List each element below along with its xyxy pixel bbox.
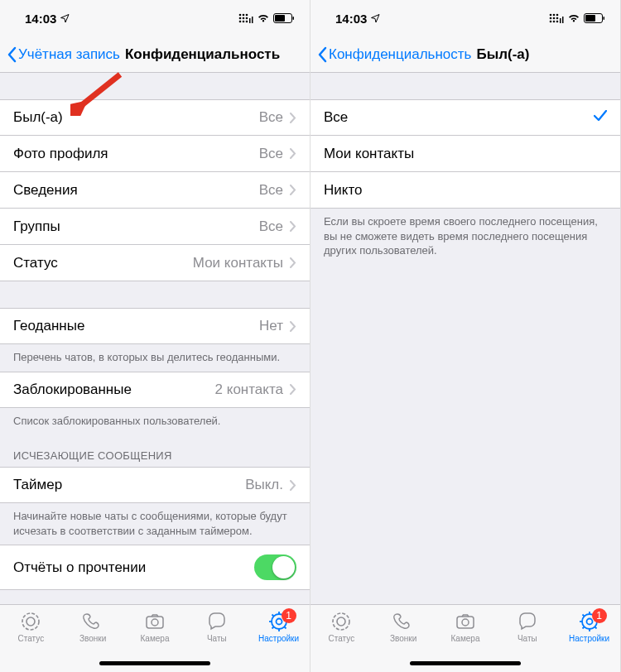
svg-point-7 <box>243 21 245 23</box>
option-my-contacts[interactable]: Мои контакты <box>310 136 620 172</box>
status-time: 14:03 <box>25 12 56 26</box>
read-receipts-toggle[interactable] <box>254 554 296 580</box>
location-icon <box>60 13 70 23</box>
cell-last-seen[interactable]: Был(-а) Все <box>0 99 310 136</box>
back-label: Конфиденциальность <box>329 46 471 63</box>
svg-rect-44 <box>457 617 474 628</box>
svg-point-8 <box>246 21 248 23</box>
back-button[interactable]: Конфиденциальность <box>317 46 471 63</box>
cell-about[interactable]: Сведения Все <box>0 172 310 209</box>
chevron-right-icon <box>290 113 296 123</box>
svg-point-29 <box>553 14 556 17</box>
wifi-icon <box>567 13 580 23</box>
camera-icon <box>143 610 166 633</box>
svg-point-34 <box>550 21 552 23</box>
svg-rect-37 <box>560 18 561 23</box>
svg-line-25 <box>284 626 286 628</box>
cell-blocked[interactable]: Заблокированные 2 контакта <box>0 372 310 408</box>
chevron-right-icon <box>290 321 296 332</box>
svg-point-47 <box>586 619 592 625</box>
nav-bar: Конфиденциальность Был(-а) <box>310 36 620 73</box>
cell-read-receipts[interactable]: Отчёты о прочтении <box>0 545 310 590</box>
cell-disappearing-timer[interactable]: Таймер Выкл. <box>0 467 310 503</box>
tab-status[interactable]: Статус <box>312 610 370 672</box>
cell-profile-photo[interactable]: Фото профиля Все <box>0 136 310 172</box>
last-seen-content: Все Мои контакты Никто Если вы скроете в… <box>310 73 620 604</box>
svg-point-42 <box>333 613 349 630</box>
status-time: 14:03 <box>335 12 367 26</box>
checkmark-icon <box>594 109 607 126</box>
cell-groups[interactable]: Группы Все <box>0 209 310 245</box>
wifi-icon <box>257 13 270 23</box>
svg-point-4 <box>243 17 245 20</box>
svg-point-31 <box>550 17 552 20</box>
disappearing-header: ИСЧЕЗАЮЩИЕ СООБЩЕНИЯ <box>0 434 310 467</box>
svg-point-28 <box>550 14 552 17</box>
chevron-left-icon <box>7 46 17 63</box>
status-icon <box>330 610 353 633</box>
tab-settings[interactable]: 1 Настройки <box>250 610 308 672</box>
nav-title: Был(-а) <box>476 46 529 63</box>
svg-rect-12 <box>275 15 285 22</box>
chevron-right-icon <box>290 185 296 195</box>
settings-badge: 1 <box>592 608 607 623</box>
svg-line-26 <box>272 626 273 628</box>
svg-point-45 <box>462 619 469 626</box>
disappearing-footer: Начинайте новые чаты с сообщениями, кото… <box>0 503 310 545</box>
tab-settings[interactable]: 1 Настройки <box>561 610 619 672</box>
chevron-right-icon <box>290 148 296 159</box>
cell-live-location[interactable]: Геоданные Нет <box>0 308 310 344</box>
battery-icon <box>273 13 295 23</box>
camera-icon <box>454 610 477 633</box>
svg-line-52 <box>582 615 584 617</box>
svg-point-15 <box>26 617 35 626</box>
back-button[interactable]: Учётная запись <box>7 46 120 63</box>
phone-icon <box>81 610 104 633</box>
svg-point-33 <box>556 17 559 20</box>
chat-icon <box>516 610 539 633</box>
svg-rect-40 <box>585 15 595 22</box>
location-icon <box>370 13 380 23</box>
chevron-right-icon <box>290 257 296 268</box>
status-bar: 14:03 <box>0 0 310 36</box>
privacy-content: Был(-а) Все Фото профиля Все Сведения Вс… <box>0 73 310 604</box>
cell-status[interactable]: Статус Мои контакты <box>0 245 310 281</box>
svg-rect-13 <box>293 17 295 20</box>
nav-bar: Учётная запись Конфиденциальность <box>0 36 310 73</box>
svg-point-19 <box>276 619 282 625</box>
svg-rect-9 <box>249 18 251 23</box>
cellular-icon <box>238 13 253 23</box>
svg-point-32 <box>553 17 556 20</box>
svg-rect-41 <box>604 17 605 20</box>
svg-point-43 <box>337 617 345 626</box>
svg-rect-38 <box>562 17 564 23</box>
home-indicator[interactable] <box>99 661 210 665</box>
svg-point-5 <box>246 17 248 20</box>
last-seen-footer: Если вы скроете время своего последнего … <box>310 209 620 265</box>
chevron-left-icon <box>317 46 327 63</box>
phone-icon <box>392 610 415 633</box>
tab-status[interactable]: Статус <box>2 610 60 672</box>
blocked-footer: Список заблокированных пользователей. <box>0 408 310 435</box>
svg-point-14 <box>22 613 39 630</box>
status-icon <box>19 610 42 633</box>
svg-point-17 <box>152 619 158 626</box>
option-nobody[interactable]: Никто <box>310 172 620 209</box>
geo-footer: Перечень чатов, в которых вы делитесь ге… <box>0 344 310 372</box>
svg-point-30 <box>556 14 559 17</box>
svg-point-36 <box>556 21 559 23</box>
screen-last-seen: 14:03 Конфиденциальность Был(-а) Все Мои… <box>310 0 621 672</box>
screen-privacy: 14:03 Учётная запись Конфиденциальность … <box>0 0 310 672</box>
svg-point-6 <box>239 21 242 23</box>
status-bar: 14:03 <box>310 0 620 36</box>
nav-title: Конфиденциальность <box>125 46 280 63</box>
svg-line-54 <box>582 626 584 628</box>
svg-point-2 <box>246 14 248 17</box>
option-everyone[interactable]: Все <box>310 99 620 136</box>
back-label: Учётная запись <box>18 46 120 63</box>
home-indicator[interactable] <box>410 661 521 665</box>
chevron-right-icon <box>290 384 296 395</box>
svg-point-35 <box>553 21 556 23</box>
svg-point-3 <box>239 17 242 20</box>
svg-line-53 <box>595 626 596 628</box>
